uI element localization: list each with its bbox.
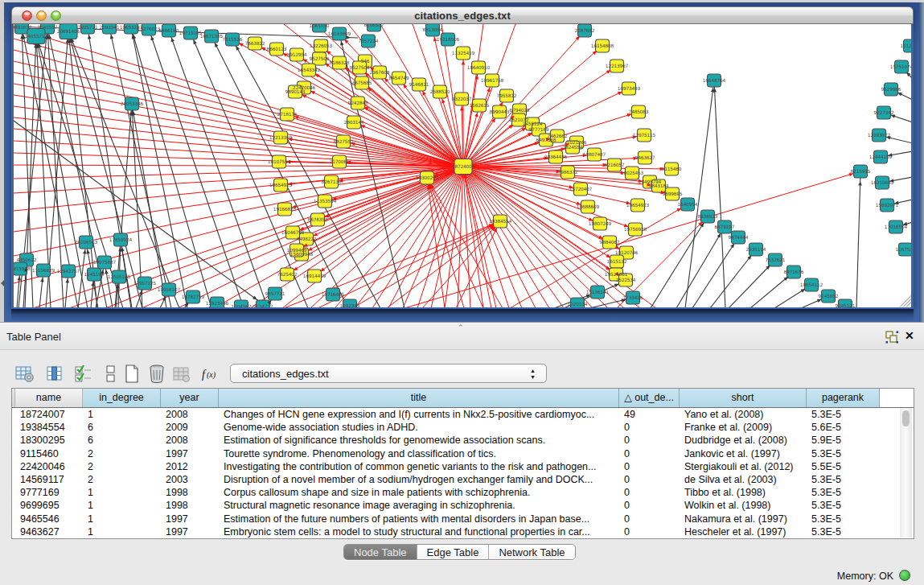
tab-node-table[interactable]: Node Table [344, 545, 417, 560]
show-columns-icon[interactable] [46, 365, 65, 387]
cell-year[interactable]: 2009 [161, 421, 219, 434]
column-header-title[interactable]: title [219, 389, 619, 407]
cell-in-degree[interactable]: 1 [83, 525, 161, 538]
cell-pagerank[interactable]: 5.3E-5 [807, 499, 880, 512]
cell-year[interactable]: 1998 [161, 499, 219, 512]
table-row[interactable]: 1456911722003Disruption of a novel membe… [12, 473, 900, 486]
cell-out-de-[interactable]: 0 [619, 421, 680, 434]
column-header-pagerank[interactable]: pagerank [807, 389, 880, 407]
cell-name[interactable]: 14569117 [15, 473, 83, 486]
tab-edge-table[interactable]: Edge Table [417, 545, 490, 560]
table-row[interactable]: 977716911998Corpus callosum shape and si… [12, 486, 900, 499]
cell-short[interactable]: Stergiakouli et al. (2012) [680, 460, 807, 473]
cell-in-degree[interactable]: 2 [83, 460, 161, 473]
select-columns-icon[interactable] [74, 365, 93, 387]
cell-name[interactable]: 9463627 [15, 525, 83, 538]
column-header-short[interactable]: short [680, 389, 807, 407]
table-scrollbar-thumb[interactable] [902, 410, 910, 426]
close-panel-icon[interactable]: ✕ [905, 329, 914, 342]
cell-in-degree[interactable]: 1 [83, 486, 161, 499]
cell-year[interactable]: 1997 [161, 447, 219, 460]
cell-pagerank[interactable]: 5.3E-5 [807, 447, 880, 460]
cell-name[interactable]: 9777169 [15, 486, 83, 499]
cell-short[interactable]: Nakamura et al. (1997) [680, 513, 807, 525]
cell-in-degree[interactable]: 6 [83, 434, 161, 447]
cell-title[interactable]: Estimation of the future numbers of pati… [219, 513, 619, 525]
float-panel-icon[interactable] [885, 331, 899, 344]
new-table-icon[interactable] [122, 365, 142, 387]
cell-title[interactable]: Tourette syndrome. Phenomenology and cla… [219, 447, 619, 460]
cell-short[interactable]: Hescheler et al. (1997) [680, 525, 807, 538]
column-header-year[interactable]: year [161, 389, 219, 407]
collapse-handle-icon[interactable] [1, 280, 4, 286]
splitter-grip-icon[interactable]: ⌃ [458, 323, 464, 332]
cell-out-de-[interactable]: 0 [619, 447, 680, 460]
cell-year[interactable]: 1998 [161, 486, 219, 499]
cell-short[interactable]: Jankovic et al. (1997) [680, 447, 807, 460]
cell-in-degree[interactable]: 6 [83, 421, 161, 434]
tab-network-table[interactable]: Network Table [489, 545, 574, 560]
import-table-icon[interactable] [172, 365, 191, 387]
cell-pagerank[interactable]: 5.3E-5 [807, 486, 880, 499]
cell-out-de-[interactable]: 0 [619, 473, 680, 486]
cell-in-degree[interactable]: 2 [83, 447, 161, 460]
table-select-dropdown[interactable]: citations_edges.txt ▲▼ [230, 364, 547, 383]
cell-short[interactable]: Dudbridge et al. (2008) [680, 434, 807, 447]
cell-title[interactable]: Investigating the contribution of common… [219, 460, 619, 473]
cell-name[interactable]: 22420046 [15, 460, 83, 473]
delete-table-icon[interactable] [147, 365, 166, 387]
cell-short[interactable]: Yano et al. (2008) [680, 408, 807, 421]
resize-grip-icon[interactable] [900, 295, 912, 307]
cell-out-de-[interactable]: 0 [619, 486, 680, 499]
row-height-icon[interactable] [101, 365, 121, 387]
cell-name[interactable]: 9465546 [15, 513, 83, 525]
cell-out-de-[interactable]: 0 [619, 499, 680, 512]
column-header-out-de-[interactable]: △ out_de... [619, 389, 680, 407]
cell-title[interactable]: Estimation of significance thresholds fo… [219, 434, 619, 447]
table-row[interactable]: 1872400712008Changes of HCN gene express… [12, 408, 900, 421]
cell-year[interactable]: 2012 [161, 460, 219, 473]
window-titlebar[interactable]: citations_edges.txt [11, 6, 914, 24]
cell-short[interactable]: Franke et al. (2009) [680, 421, 807, 434]
network-canvas[interactable]: 1493872204055714055712206914067905711209… [13, 24, 912, 307]
cell-year[interactable]: 2003 [161, 473, 219, 486]
cell-in-degree[interactable]: 2 [83, 473, 161, 486]
cell-out-de-[interactable]: 0 [619, 434, 680, 447]
cell-year[interactable]: 2008 [161, 434, 219, 447]
cell-year[interactable]: 2008 [161, 408, 219, 421]
cell-pagerank[interactable]: 5.3E-5 [807, 525, 880, 538]
cell-out-de-[interactable]: 0 [619, 525, 680, 538]
cell-in-degree[interactable]: 1 [83, 499, 161, 512]
cell-pagerank[interactable]: 5.6E-5 [807, 421, 880, 434]
table-row[interactable]: 1830029562008Estimation of significance … [12, 434, 900, 447]
cell-pagerank[interactable]: 5.9E-5 [807, 434, 880, 447]
cell-short[interactable]: Tibbo et al. (1998) [680, 486, 807, 499]
cell-name[interactable]: 9699695 [15, 499, 83, 512]
cell-pagerank[interactable]: 5.3E-5 [807, 473, 880, 486]
cell-title[interactable]: Changes of HCN gene expression and I(f) … [219, 408, 619, 421]
cell-in-degree[interactable]: 1 [83, 408, 161, 421]
column-header-name[interactable]: name [15, 389, 83, 407]
cell-in-degree[interactable]: 1 [83, 513, 161, 525]
cell-out-de-[interactable]: 0 [619, 513, 680, 525]
cell-year[interactable]: 1997 [161, 525, 219, 538]
cell-name[interactable]: 18300295 [15, 434, 83, 447]
table-scrollbar[interactable] [900, 408, 912, 538]
cell-title[interactable]: Embryonic stem cells: a model to study s… [219, 525, 619, 538]
table-row[interactable]: 946554611997Estimation of the future num… [12, 513, 900, 525]
table-row[interactable]: 2242004622012Investigating the contribut… [12, 460, 900, 473]
cell-pagerank[interactable]: 5.3E-5 [807, 513, 880, 525]
cell-title[interactable]: Structural magnetic resonance image aver… [219, 499, 619, 512]
column-header-in-degree[interactable]: in_degree [83, 389, 161, 407]
cell-name[interactable]: 18724007 [15, 408, 83, 421]
cell-title[interactable]: Corpus callosum shape and size in male p… [219, 486, 619, 499]
cell-name[interactable]: 9115460 [15, 447, 83, 460]
cell-short[interactable]: Wolkin et al. (1998) [680, 499, 807, 512]
cell-name[interactable]: 19384554 [15, 421, 83, 434]
cell-title[interactable]: Disruption of a novel member of a sodium… [219, 473, 619, 486]
cell-pagerank[interactable]: 5.3E-5 [807, 408, 880, 421]
cell-out-de-[interactable]: 49 [619, 408, 680, 421]
table-row[interactable]: 969969511998Structural magnetic resonanc… [12, 499, 900, 512]
network-graph[interactable]: 1493872204055714055712206914067905711209… [14, 24, 912, 307]
cell-pagerank[interactable]: 5.5E-5 [807, 460, 880, 473]
